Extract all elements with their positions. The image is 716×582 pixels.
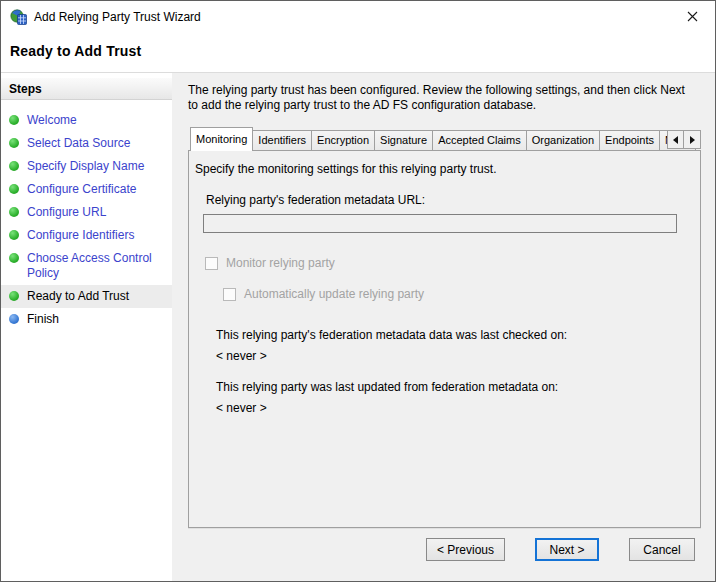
monitoring-instruction: Specify the monitoring settings for this… — [195, 162, 688, 176]
step-specify-display-name[interactable]: Specify Display Name — [1, 155, 172, 178]
last-checked-label: This relying party's federation metadata… — [216, 328, 688, 342]
trust-settings-tab-control: Monitoring Identifiers Encryption Signat… — [188, 126, 701, 528]
close-icon — [687, 11, 698, 22]
tab-strip: Monitoring Identifiers Encryption Signat… — [188, 126, 701, 150]
step-completed-bullet-icon — [9, 207, 19, 217]
tab-scroll-right-button[interactable] — [684, 130, 701, 149]
cancel-button[interactable]: Cancel — [629, 538, 695, 561]
steps-header: Steps — [1, 78, 172, 100]
monitor-relying-party-checkbox[interactable] — [205, 257, 218, 270]
step-completed-bullet-icon — [9, 253, 19, 263]
step-choose-access-control-policy[interactable]: Choose Access Control Policy — [1, 247, 172, 285]
tab-organization[interactable]: Organization — [527, 130, 600, 150]
monitor-relying-party-checkbox-row[interactable]: Monitor relying party — [205, 256, 688, 270]
last-checked-value: < never > — [216, 349, 688, 363]
adfs-wizard-icon — [10, 9, 27, 25]
tab-endpoints[interactable]: Endpoints — [600, 130, 660, 150]
monitor-relying-party-label: Monitor relying party — [226, 256, 335, 270]
wizard-button-row: < Previous Next > Cancel — [188, 528, 701, 581]
last-updated-label: This relying party was last updated from… — [216, 380, 688, 394]
close-button[interactable] — [670, 1, 715, 32]
step-ready-to-add-trust[interactable]: Ready to Add Trust — [1, 285, 172, 308]
title-bar: Add Relying Party Trust Wizard — [1, 1, 715, 32]
federation-metadata-url-input[interactable] — [203, 214, 677, 233]
next-button[interactable]: Next > — [535, 538, 599, 561]
step-completed-bullet-icon — [9, 230, 19, 240]
auto-update-checkbox-row[interactable]: Automatically update relying party — [223, 287, 688, 301]
monitoring-tab-panel: Specify the monitoring settings for this… — [188, 150, 701, 528]
scroll-left-arrow-icon — [673, 136, 678, 144]
tab-signature[interactable]: Signature — [375, 130, 433, 150]
tab-scroll-left-button[interactable] — [667, 130, 684, 149]
tab-accepted-claims[interactable]: Accepted Claims — [433, 130, 527, 150]
page-description: The relying party trust has been configu… — [188, 83, 696, 113]
auto-update-label: Automatically update relying party — [244, 287, 424, 301]
step-finish[interactable]: Finish — [1, 308, 172, 331]
previous-button[interactable]: < Previous — [426, 538, 505, 561]
tab-encryption[interactable]: Encryption — [312, 130, 375, 150]
step-configure-certificate[interactable]: Configure Certificate — [1, 178, 172, 201]
tab-scroll-buttons — [667, 130, 701, 149]
step-configure-identifiers[interactable]: Configure Identifiers — [1, 224, 172, 247]
step-completed-bullet-icon — [9, 138, 19, 148]
step-upcoming-bullet-icon — [9, 314, 19, 324]
step-configure-url[interactable]: Configure URL — [1, 201, 172, 224]
step-welcome[interactable]: Welcome — [1, 109, 172, 132]
step-current-bullet-icon — [9, 291, 19, 301]
step-completed-bullet-icon — [9, 161, 19, 171]
page-header: Ready to Add Trust — [1, 32, 715, 72]
page-title: Ready to Add Trust — [10, 43, 715, 59]
steps-panel: Steps Welcome Select Data Source Specify… — [1, 73, 172, 581]
step-select-data-source[interactable]: Select Data Source — [1, 132, 172, 155]
federation-metadata-url-label: Relying party's federation metadata URL: — [206, 193, 688, 207]
window-title: Add Relying Party Trust Wizard — [34, 10, 201, 24]
steps-list: Welcome Select Data Source Specify Displ… — [1, 109, 172, 331]
last-updated-value: < never > — [216, 401, 688, 415]
step-completed-bullet-icon — [9, 115, 19, 125]
scroll-right-arrow-icon — [690, 136, 695, 144]
wizard-window: Add Relying Party Trust Wizard Ready to … — [0, 0, 716, 582]
wizard-content: The relying party trust has been configu… — [172, 73, 715, 581]
tab-monitoring[interactable]: Monitoring — [190, 127, 253, 151]
tab-identifiers[interactable]: Identifiers — [253, 130, 312, 150]
auto-update-checkbox[interactable] — [223, 288, 236, 301]
step-completed-bullet-icon — [9, 184, 19, 194]
